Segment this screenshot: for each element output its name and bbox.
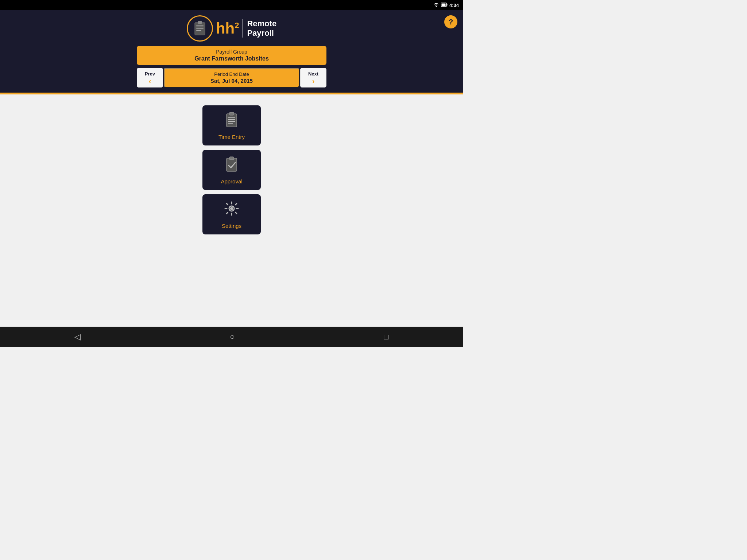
header: ? hh2 RemotePayroll Payroll Group Grant … xyxy=(0,10,463,93)
logo-circle xyxy=(187,15,213,42)
payroll-group-value: Grant Farnsworth Jobsites xyxy=(143,55,321,62)
settings-button[interactable]: Settings xyxy=(202,194,261,234)
logo-text: hh2 RemotePayroll xyxy=(216,19,276,38)
svg-rect-15 xyxy=(227,158,237,171)
svg-rect-1 xyxy=(446,4,447,5)
approval-button[interactable]: Approval xyxy=(202,150,261,190)
battery-icon xyxy=(441,3,448,8)
time-entry-button[interactable]: Time Entry xyxy=(202,105,261,145)
svg-point-18 xyxy=(230,207,233,210)
svg-rect-12 xyxy=(228,119,235,120)
svg-rect-5 xyxy=(196,27,204,27)
period-value: Sat, Jul 04, 2015 xyxy=(170,78,293,84)
period-nav: Prev ‹ Period End Date Sat, Jul 04, 2015… xyxy=(137,68,326,88)
next-chevron-icon: › xyxy=(312,77,315,85)
home-button[interactable]: ○ xyxy=(222,329,242,345)
logo-divider xyxy=(243,19,243,38)
svg-rect-7 xyxy=(196,30,201,31)
logo-area: hh2 RemotePayroll xyxy=(187,15,276,42)
clipboard-list-icon xyxy=(223,111,240,131)
svg-rect-2 xyxy=(441,3,445,6)
prev-chevron-icon: ‹ xyxy=(149,77,151,85)
help-button[interactable]: ? xyxy=(444,15,457,28)
settings-label: Settings xyxy=(222,223,241,229)
svg-rect-8 xyxy=(198,21,202,24)
status-time: 4:34 xyxy=(449,3,459,8)
logo-remote-payroll: RemotePayroll xyxy=(247,19,276,38)
approval-label: Approval xyxy=(221,178,242,184)
status-icons: 4:34 xyxy=(433,2,459,8)
wifi-icon xyxy=(433,2,439,8)
clipboard-check-icon xyxy=(223,155,240,175)
payroll-group-button[interactable]: Payroll Group Grant Farnsworth Jobsites xyxy=(137,46,326,65)
prev-button[interactable]: Prev ‹ xyxy=(137,68,163,88)
logo-hh2: hh2 xyxy=(216,21,239,36)
next-button[interactable]: Next › xyxy=(300,68,326,88)
bottom-nav: ◁ ○ □ xyxy=(0,327,463,347)
gear-icon xyxy=(223,200,240,220)
svg-rect-9 xyxy=(227,114,237,127)
svg-rect-10 xyxy=(229,112,234,115)
period-label: Period End Date xyxy=(170,71,293,77)
main-content: Time Entry Approval Settings xyxy=(0,94,463,245)
next-label: Next xyxy=(308,71,318,77)
period-end-date-button[interactable]: Period End Date Sat, Jul 04, 2015 xyxy=(164,68,299,88)
svg-rect-14 xyxy=(228,123,233,124)
payroll-group-label: Payroll Group xyxy=(143,49,321,55)
recent-apps-button[interactable]: □ xyxy=(376,329,396,345)
svg-rect-6 xyxy=(196,28,204,29)
svg-rect-16 xyxy=(229,157,234,160)
time-entry-label: Time Entry xyxy=(218,134,245,140)
back-button[interactable]: ◁ xyxy=(67,329,88,345)
svg-rect-11 xyxy=(228,117,235,118)
svg-rect-13 xyxy=(228,121,235,122)
prev-label: Prev xyxy=(145,71,155,77)
svg-rect-4 xyxy=(196,25,204,26)
status-bar: 4:34 xyxy=(0,0,463,10)
